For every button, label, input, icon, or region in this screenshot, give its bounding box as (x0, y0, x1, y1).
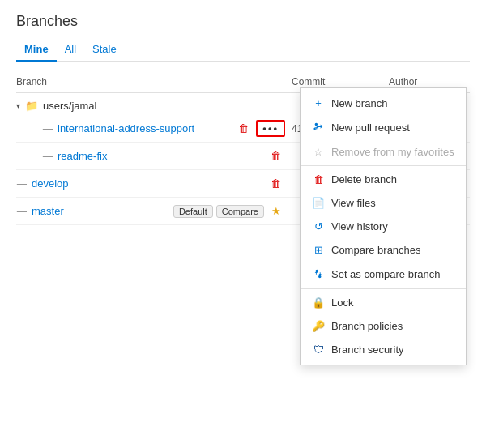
security-icon: 🛡 (312, 343, 325, 356)
menu-label: Remove from my favorites (331, 146, 454, 158)
menu-item-compare-branches[interactable]: ⊞ Compare branches (301, 238, 466, 262)
set-compare-icon (312, 267, 325, 281)
branch-link[interactable]: readme-fix (58, 150, 266, 162)
favorite-icon[interactable]: ★ (267, 203, 285, 220)
branch-icon: ⸻ (42, 122, 53, 134)
menu-divider (301, 165, 466, 166)
menu-label: Lock (331, 297, 353, 309)
branch-actions: 🗑 (266, 175, 285, 192)
menu-item-set-compare-branch[interactable]: Set as compare branch (301, 262, 466, 287)
branch-actions: 🗑 ••• (234, 120, 285, 137)
menu-item-delete-branch[interactable]: 🗑 Delete branch (301, 168, 466, 191)
delete-icon: 🗑 (312, 173, 325, 186)
col-branch-header: Branch (16, 76, 292, 87)
history-icon: ↺ (312, 220, 325, 233)
group-chevron[interactable]: ▾ (16, 101, 20, 110)
star-outline-icon: ☆ (312, 146, 325, 158)
branch-icon: ⸻ (16, 205, 27, 217)
lock-icon: 🔒 (312, 297, 325, 309)
menu-item-lock[interactable]: 🔒 Lock (301, 291, 466, 314)
branch-link[interactable]: develop (32, 177, 266, 190)
branch-actions: 🗑 (266, 147, 285, 164)
branch-link[interactable]: international-address-support (58, 122, 234, 134)
menu-label: New pull request (331, 122, 410, 134)
menu-item-remove-favorites: ☆ Remove from my favorites (301, 140, 466, 164)
new-branch-icon: + (312, 97, 325, 109)
delete-branch-icon[interactable]: 🗑 (266, 147, 285, 164)
menu-item-view-history[interactable]: ↺ View history (301, 215, 466, 238)
menu-label: Branch policies (331, 320, 403, 332)
more-actions-button[interactable]: ••• (256, 120, 285, 137)
pull-request-icon (312, 121, 325, 134)
page-container: Branches Mine All Stale Branch Commit Au… (0, 0, 486, 238)
branch-icon: ⸻ (42, 150, 53, 162)
folder-icon: 📁 (25, 100, 38, 112)
tab-all[interactable]: All (57, 38, 84, 62)
tabs-bar: Mine All Stale (16, 38, 470, 62)
compare-badge: Compare (216, 205, 264, 218)
delete-branch-icon[interactable]: 🗑 (266, 175, 285, 192)
menu-item-view-files[interactable]: 📄 View files (301, 191, 466, 215)
policies-icon: 🔑 (312, 320, 325, 332)
menu-item-branch-policies[interactable]: 🔑 Branch policies (301, 314, 466, 338)
compare-icon: ⊞ (312, 244, 325, 256)
menu-label: Branch security (331, 343, 404, 356)
file-icon: 📄 (312, 197, 325, 209)
group-name: users/jamal (43, 100, 96, 112)
default-badge: Default (173, 205, 213, 218)
menu-divider (301, 288, 466, 289)
menu-item-branch-security[interactable]: 🛡 Branch security (301, 338, 466, 361)
tab-stale[interactable]: Stale (84, 38, 125, 62)
col-commit-header: Commit (292, 76, 389, 87)
delete-branch-icon[interactable]: 🗑 (234, 120, 253, 137)
menu-label: Set as compare branch (331, 268, 440, 280)
menu-label: View history (331, 220, 388, 233)
menu-item-new-pull-request[interactable]: New pull request (301, 115, 466, 140)
menu-label: Delete branch (331, 173, 397, 186)
page-title: Branches (16, 13, 470, 30)
branch-icon: ⸻ (16, 177, 27, 190)
col-author-header: Author (389, 76, 470, 87)
branch-link[interactable]: master (32, 205, 173, 217)
menu-label: Compare branches (331, 244, 421, 256)
menu-label: New branch (331, 97, 387, 109)
context-menu: + New branch New pull request ☆ Remove f… (300, 87, 467, 365)
menu-item-new-branch[interactable]: + New branch (301, 92, 466, 115)
menu-label: View files (331, 197, 376, 209)
tab-mine[interactable]: Mine (16, 38, 57, 62)
